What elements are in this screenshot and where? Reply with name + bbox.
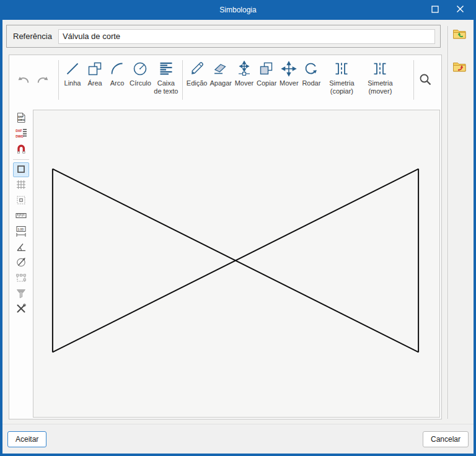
selection-button[interactable]: [13, 271, 29, 286]
tool-label: Mover: [235, 79, 254, 87]
tool-label: Arco: [110, 79, 125, 87]
undo-icon: [17, 74, 30, 87]
tool-simetria-mover[interactable]: Simetria (mover): [361, 55, 399, 105]
close-icon: [456, 5, 464, 15]
redo-icon: [36, 74, 50, 87]
snap-to-grid-button[interactable]: [13, 193, 29, 208]
top-toolbar: Linha Área Arco: [9, 55, 441, 105]
mirror-move-icon: [372, 59, 388, 78]
snap-magnet-button[interactable]: [13, 142, 29, 157]
rotate-view-button[interactable]: [13, 255, 29, 270]
dxf-dwg-document-icon: DXF DWG: [15, 112, 27, 126]
accept-button[interactable]: Aceitar: [7, 431, 46, 447]
tool-mover-vertice[interactable]: Mover: [233, 55, 255, 105]
move-icon: [281, 59, 297, 78]
tools-button[interactable]: [13, 302, 29, 317]
left-toolbar: DXF DWG DXF DWG: [9, 105, 33, 419]
tool-linha[interactable]: Linha: [61, 55, 84, 105]
editor-content: DXF DWG DXF DWG: [9, 105, 441, 419]
crossed-tools-icon: [15, 302, 27, 317]
magnifier-icon: [418, 72, 433, 89]
import-dxf-dwg-button[interactable]: DXF DWG: [13, 111, 29, 126]
svg-text:DWG: DWG: [18, 118, 25, 121]
dimension-button[interactable]: 1.00: [13, 224, 29, 239]
tool-label: Edição: [187, 79, 208, 87]
editor-panel: Linha Área Arco: [9, 55, 442, 419]
eraser-icon: [213, 59, 229, 78]
magnet-icon: [15, 142, 27, 157]
search-area: [408, 55, 441, 105]
window-title: Simbologia: [219, 6, 256, 14]
reference-group: Referência: [6, 25, 441, 48]
dxf-dwg-layers-icon: DXF DWG: [15, 127, 27, 141]
svg-text:DXF: DXF: [15, 129, 22, 133]
vertical-separator: [447, 26, 449, 419]
show-grid-button[interactable]: [13, 178, 29, 193]
maximize-icon: [431, 6, 439, 15]
angle-button[interactable]: [13, 240, 29, 255]
tool-label: Rodar: [302, 79, 320, 87]
square-icon: [15, 163, 27, 177]
tool-apagar[interactable]: Apagar: [208, 55, 232, 105]
simbologia-dialog: Simbologia Referência: [0, 0, 476, 456]
folder-save-icon: [452, 60, 468, 76]
tool-edicao[interactable]: Edição: [185, 55, 209, 105]
maximize-button[interactable]: [423, 0, 447, 20]
line-icon: [64, 59, 81, 78]
tool-label: Simetria (copiar): [324, 79, 359, 95]
tool-label: Círculo: [130, 79, 151, 87]
grid-icon: [15, 178, 27, 193]
filter-button[interactable]: [13, 286, 29, 301]
show-frame-button[interactable]: [13, 162, 29, 177]
symbol-canvas[interactable]: [33, 110, 440, 418]
titlebar: Simbologia: [0, 0, 476, 20]
tool-label: Mover: [280, 79, 299, 87]
cancel-button[interactable]: Cancelar: [423, 431, 469, 447]
svg-text:DXF: DXF: [18, 115, 24, 118]
tool-copiar[interactable]: Copiar: [255, 55, 278, 105]
ruler-icon: [15, 209, 27, 224]
pencil-icon: [189, 59, 205, 78]
reference-label: Referência: [13, 32, 52, 41]
snap-grid-icon: [15, 194, 27, 208]
tool-arco[interactable]: Arco: [106, 55, 128, 105]
export-dxf-dwg-button[interactable]: DXF DWG: [13, 126, 29, 141]
copy-icon: [258, 59, 275, 78]
history-group: [9, 55, 56, 105]
tool-label: Linha: [64, 79, 81, 87]
tool-label: Copiar: [257, 79, 276, 87]
redo-button[interactable]: [35, 72, 51, 88]
tool-rodar[interactable]: Rodar: [300, 55, 322, 105]
close-button[interactable]: [447, 0, 472, 20]
ruler-button[interactable]: [13, 209, 29, 224]
tool-area[interactable]: Área: [84, 55, 106, 105]
svg-text:DWG: DWG: [15, 134, 24, 138]
window-border: [0, 20, 2, 454]
open-symbol-button[interactable]: [451, 26, 469, 43]
dimension-1-00-icon: 1.00: [15, 225, 27, 239]
left-toolbar-separator: [13, 159, 29, 160]
circle-icon: [132, 59, 148, 78]
save-symbol-button[interactable]: [451, 59, 469, 76]
symbol-canvas-svg: [33, 110, 439, 417]
toolbar-separator: [58, 60, 59, 100]
tool-label: Caixa de texto: [154, 79, 178, 95]
reference-input[interactable]: [58, 29, 435, 44]
zoom-search-button[interactable]: [416, 71, 434, 90]
circle-arrow-icon: [15, 256, 27, 270]
window-border: [0, 454, 476, 456]
toolbar-separator: [413, 60, 414, 100]
area-icon: [87, 59, 103, 78]
selection-rect-icon: [15, 271, 27, 286]
angle-icon: [15, 240, 27, 255]
arc-icon: [109, 59, 125, 78]
window-controls: [423, 0, 472, 20]
tool-simetria-copiar[interactable]: Simetria (copiar): [322, 55, 361, 105]
tool-label: Simetria (mover): [362, 79, 398, 95]
tool-mover[interactable]: Mover: [278, 55, 300, 105]
undo-button[interactable]: [15, 72, 32, 88]
tool-caixa-de-texto[interactable]: Caixa de texto: [152, 55, 180, 105]
svg-text:1.00: 1.00: [17, 227, 24, 231]
tool-circulo[interactable]: Círculo: [128, 55, 152, 105]
tool-label: Apagar: [209, 79, 231, 87]
